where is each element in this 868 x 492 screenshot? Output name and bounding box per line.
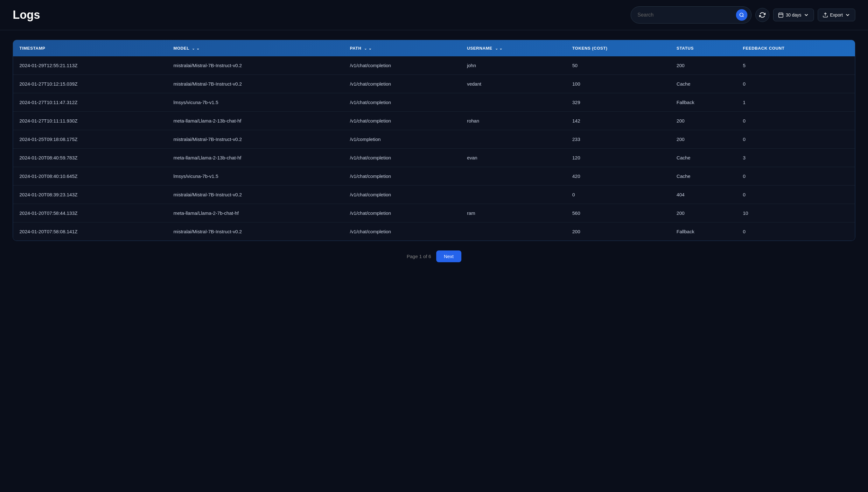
logs-table: TIMESTAMP MODEL ⌄ PATH ⌄ USERNAME ⌄ TOKE… [13,40,855,241]
cell-username: john [461,56,566,75]
cell-path: /v1/chat/completion [343,112,461,130]
cell-model: mistralai/Mistral-7B-Instruct-v0.2 [167,130,343,149]
table-row[interactable]: 2024-01-27T10:11:47.312Zlmsys/vicuna-7b-… [13,93,855,112]
cell-username: evan [461,149,566,167]
cell-tokens: 233 [566,130,670,149]
path-sort-icon: ⌄ [364,47,367,51]
cell-username: ram [461,204,566,222]
col-model[interactable]: MODEL ⌄ [167,40,343,56]
table-row[interactable]: 2024-01-20T08:40:10.645Zlmsys/vicuna-7b-… [13,167,855,186]
username-sort-icon: ⌄ [495,47,498,51]
cell-username [461,130,566,149]
refresh-button[interactable] [756,8,769,22]
col-tokens: TOKENS (COST) [566,40,670,56]
days-label: 30 days [786,13,801,18]
cell-feedback: 10 [737,204,855,222]
table-header: TIMESTAMP MODEL ⌄ PATH ⌄ USERNAME ⌄ TOKE… [13,40,855,56]
days-filter-button[interactable]: 30 days [773,8,814,21]
cell-model: meta-llama/Llama-2-7b-chat-hf [167,204,343,222]
cell-status: Cache [670,75,736,93]
next-button[interactable]: Next [436,250,461,262]
calendar-icon [778,12,784,18]
main-content: TIMESTAMP MODEL ⌄ PATH ⌄ USERNAME ⌄ TOKE… [0,30,868,281]
search-icon [739,13,744,18]
model-sort-icon: ⌄ [192,47,195,51]
cell-tokens: 200 [566,222,670,241]
cell-username: vedant [461,75,566,93]
header: Logs 30 d [0,0,868,30]
pagination: Page 1 of 6 Next [13,241,855,272]
cell-path: /v1/chat/completion [343,93,461,112]
cell-feedback: 0 [737,222,855,241]
svg-line-1 [743,16,744,17]
cell-tokens: 420 [566,167,670,186]
cell-timestamp: 2024-01-25T09:18:08.175Z [13,130,167,149]
cell-path: /v1/chat/completion [343,222,461,241]
cell-tokens: 50 [566,56,670,75]
cell-path: /v1/chat/completion [343,56,461,75]
table-container: TIMESTAMP MODEL ⌄ PATH ⌄ USERNAME ⌄ TOKE… [13,40,855,241]
cell-timestamp: 2024-01-27T10:11:47.312Z [13,93,167,112]
cell-status: 200 [670,130,736,149]
cell-model: meta-llama/Llama-2-13b-chat-hf [167,149,343,167]
search-button[interactable] [736,9,747,21]
cell-username [461,167,566,186]
cell-username: rohan [461,112,566,130]
table-row[interactable]: 2024-01-27T10:12:15.039Zmistralai/Mistra… [13,75,855,93]
cell-path: /v1/chat/completion [343,75,461,93]
cell-tokens: 0 [566,186,670,204]
cell-feedback: 0 [737,75,855,93]
cell-tokens: 120 [566,149,670,167]
page-title: Logs [13,8,40,22]
export-icon [822,12,828,18]
table-row[interactable]: 2024-01-29T12:55:21.113Zmistralai/Mistra… [13,56,855,75]
cell-model: mistralai/Mistral-7B-Instruct-v0.2 [167,56,343,75]
svg-point-0 [740,13,743,17]
cell-timestamp: 2024-01-20T07:58:44.133Z [13,204,167,222]
table-row[interactable]: 2024-01-27T10:11:11.930Zmeta-llama/Llama… [13,112,855,130]
search-input[interactable] [637,12,736,18]
page-info: Page 1 of 6 [407,254,431,259]
table-body: 2024-01-29T12:55:21.113Zmistralai/Mistra… [13,56,855,241]
cell-feedback: 3 [737,149,855,167]
cell-tokens: 560 [566,204,670,222]
table-row[interactable]: 2024-01-25T09:18:08.175Zmistralai/Mistra… [13,130,855,149]
cell-model: mistralai/Mistral-7B-Instruct-v0.2 [167,186,343,204]
search-container [631,6,751,24]
cell-feedback: 0 [737,186,855,204]
cell-timestamp: 2024-01-20T08:40:59.783Z [13,149,167,167]
cell-path: /v1/completion [343,130,461,149]
cell-feedback: 0 [737,130,855,149]
cell-path: /v1/chat/completion [343,186,461,204]
cell-tokens: 142 [566,112,670,130]
cell-path: /v1/chat/completion [343,149,461,167]
cell-status: Cache [670,167,736,186]
table-row[interactable]: 2024-01-20T08:39:23.143Zmistralai/Mistra… [13,186,855,204]
cell-feedback: 0 [737,167,855,186]
refresh-icon [759,12,766,18]
cell-path: /v1/chat/completion [343,167,461,186]
cell-status: Cache [670,149,736,167]
col-username[interactable]: USERNAME ⌄ [461,40,566,56]
table-row[interactable]: 2024-01-20T07:58:08.141Zmistralai/Mistra… [13,222,855,241]
col-path[interactable]: PATH ⌄ [343,40,461,56]
cell-path: /v1/chat/completion [343,204,461,222]
svg-rect-2 [779,13,783,18]
table-row[interactable]: 2024-01-20T07:58:44.133Zmeta-llama/Llama… [13,204,855,222]
cell-status: Fallback [670,222,736,241]
header-controls: 30 days Export [631,6,855,24]
cell-timestamp: 2024-01-20T08:39:23.143Z [13,186,167,204]
cell-feedback: 0 [737,112,855,130]
cell-feedback: 5 [737,56,855,75]
cell-model: meta-llama/Llama-2-13b-chat-hf [167,112,343,130]
cell-status: 200 [670,112,736,130]
cell-model: lmsys/vicuna-7b-v1.5 [167,167,343,186]
cell-model: mistralai/Mistral-7B-Instruct-v0.2 [167,75,343,93]
table-row[interactable]: 2024-01-20T08:40:59.783Zmeta-llama/Llama… [13,149,855,167]
export-chevron-icon [845,12,850,18]
export-label: Export [830,13,843,18]
export-button[interactable]: Export [818,8,855,21]
cell-username [461,93,566,112]
cell-status: 200 [670,204,736,222]
cell-tokens: 329 [566,93,670,112]
